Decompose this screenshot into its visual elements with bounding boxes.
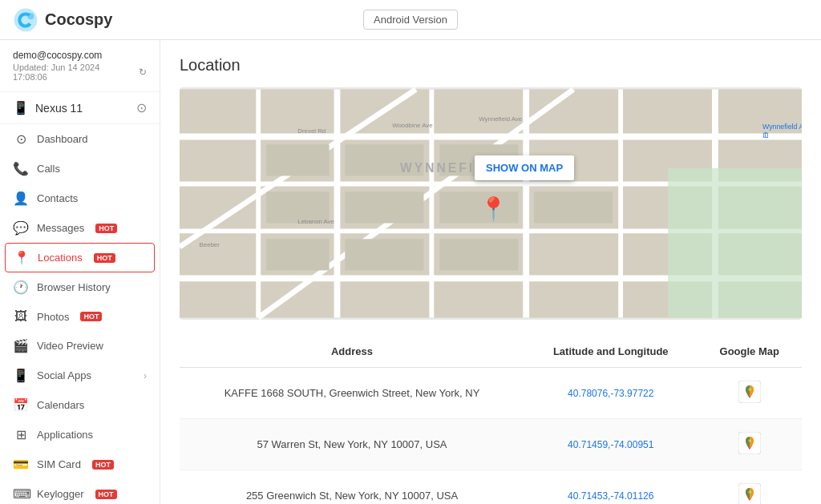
svg-text:Beeber: Beeber	[200, 241, 220, 248]
messages-icon: 💬	[13, 220, 29, 236]
google-map-header: Google Map	[698, 336, 803, 368]
svg-text:Wynnefield Ave: Wynnefield Ave	[762, 123, 802, 131]
address-cell: 57 Warren St, New York, NY 10007, USA	[180, 419, 524, 470]
locations-hot-badge: HOT	[94, 253, 115, 263]
sidebar-item-applications[interactable]: ⊞Applications	[0, 420, 160, 450]
dashboard-icon: ⊙	[13, 131, 29, 147]
svg-rect-22	[345, 192, 423, 223]
svg-rect-26	[345, 239, 423, 270]
google-map-cell[interactable]	[698, 419, 803, 470]
main-content: Location	[160, 40, 821, 504]
keylogger-label: Keylogger	[37, 488, 84, 500]
keylogger-hot-badge: HOT	[95, 490, 117, 499]
social-apps-icon: 📱	[13, 368, 29, 383]
show-on-map-button[interactable]: SHOW ON MAP	[475, 155, 574, 180]
main-layout: demo@cocospy.com Updated: Jun 14 2024 17…	[0, 40, 821, 504]
lat-lng-header: Latitude and Longitude	[524, 336, 698, 368]
address-cell: 255 Greenwich St, New York, NY 10007, US…	[180, 470, 524, 505]
lat-lng-link[interactable]: 40.78076,-73.97722	[568, 388, 653, 399]
lat-lng-link[interactable]: 40.71453,-74.01126	[568, 490, 653, 502]
locations-label: Locations	[38, 252, 83, 264]
google-maps-icon[interactable]	[738, 483, 761, 504]
dashboard-label: Dashboard	[37, 133, 88, 145]
android-version-button[interactable]: Android Version	[363, 10, 458, 30]
nav-menu: ⊙Dashboard📞Calls👤Contacts💬MessagesHOT📍Lo…	[0, 124, 160, 504]
calls-label: Calls	[37, 163, 60, 175]
user-updated: Updated: Jun 14 2024 17:08:06 ↻	[13, 62, 147, 82]
google-maps-icon[interactable]	[738, 432, 761, 454]
map-pin: 📍	[479, 196, 508, 222]
svg-rect-24	[534, 192, 613, 223]
svg-text:Drexel Rd: Drexel Rd	[297, 127, 326, 135]
calendars-label: Calendars	[37, 399, 84, 411]
sidebar-item-photos[interactable]: 🖼PhotosHOT	[0, 302, 160, 331]
photos-hot-badge: HOT	[80, 312, 102, 321]
svg-rect-25	[266, 239, 330, 270]
messages-label: Messages	[37, 222, 84, 234]
device-name: 📱 Nexus 11	[13, 100, 83, 115]
table-row: 57 Warren St, New York, NY 10007, USA40.…	[180, 419, 802, 470]
lat-lng-cell: 40.71453,-74.01126	[524, 470, 698, 505]
app-header: Cocospy Android Version	[0, 0, 821, 40]
calls-icon: 📞	[13, 161, 29, 176]
sim-card-hot-badge: HOT	[92, 460, 114, 470]
google-maps-icon[interactable]	[738, 381, 761, 403]
device-row: 📱 Nexus 11 ⊙	[0, 92, 160, 124]
photos-label: Photos	[37, 311, 69, 323]
applications-label: Applications	[37, 429, 93, 441]
sidebar-user-info: demo@cocospy.com Updated: Jun 14 2024 17…	[0, 40, 160, 92]
keylogger-icon: ⌨	[13, 486, 29, 502]
table-row: KAFFE 1668 SOUTH, Greenwich Street, New …	[180, 368, 802, 419]
address-header: Address	[180, 336, 524, 368]
social-apps-label: Social Apps	[37, 369, 91, 381]
sidebar-item-locations[interactable]: 📍LocationsHOT	[5, 243, 155, 272]
sim-card-icon: 💳	[13, 457, 29, 472]
sim-card-label: SIM Card	[37, 458, 81, 470]
logo-text: Cocospy	[45, 10, 112, 29]
svg-text:🗓: 🗓	[762, 131, 770, 139]
calendars-icon: 📅	[13, 397, 29, 413]
photos-icon: 🖼	[13, 309, 29, 324]
logo-icon	[13, 7, 38, 33]
user-email: demo@cocospy.com	[13, 50, 147, 61]
svg-text:Wynnefield Ave: Wynnefield Ave	[479, 115, 522, 123]
table-header-row: Address Latitude and Longitude Google Ma…	[180, 336, 802, 368]
device-settings-icon[interactable]: ⊙	[136, 100, 147, 115]
video-preview-label: Video Preview	[37, 340, 103, 352]
location-table: Address Latitude and Longitude Google Ma…	[180, 336, 802, 504]
sidebar-item-contacts[interactable]: 👤Contacts	[0, 183, 160, 213]
svg-text:Woodbine Ave: Woodbine Ave	[392, 122, 433, 129]
sidebar-item-browser-history[interactable]: 🕐Browser History	[0, 272, 160, 302]
sidebar-item-calendars[interactable]: 📅Calendars	[0, 390, 160, 420]
lat-lng-link[interactable]: 40.71459,-74.00951	[568, 439, 653, 450]
map-container: WYNNEFIELD Wynnefield Ave 🗓 Drexel Rd Wo…	[180, 87, 802, 320]
svg-point-0	[14, 8, 38, 31]
sidebar-item-sim-card[interactable]: 💳SIM CardHOT	[0, 450, 160, 479]
locations-icon: 📍	[14, 250, 30, 265]
svg-text:Lebanon Ave: Lebanon Ave	[297, 218, 334, 225]
svg-rect-27	[439, 239, 518, 270]
sidebar-item-keylogger[interactable]: ⌨KeyloggerHOT	[0, 479, 160, 504]
lat-lng-cell: 40.71459,-74.00951	[524, 419, 698, 470]
svg-point-1	[27, 13, 34, 19]
phone-icon: 📱	[13, 100, 29, 115]
page-title: Location	[180, 56, 802, 75]
google-map-cell[interactable]	[698, 368, 803, 419]
browser-history-icon: 🕐	[13, 280, 29, 295]
applications-icon: ⊞	[13, 427, 29, 442]
sidebar-item-dashboard[interactable]: ⊙Dashboard	[0, 124, 160, 154]
messages-hot-badge: HOT	[95, 224, 117, 233]
video-preview-icon: 🎬	[13, 338, 29, 353]
svg-rect-17	[668, 168, 802, 318]
social-apps-arrow: ›	[144, 370, 147, 381]
address-cell: KAFFE 1668 SOUTH, Greenwich Street, New …	[180, 368, 524, 419]
sidebar-item-video-preview[interactable]: 🎬Video Preview	[0, 331, 160, 361]
google-map-cell[interactable]	[698, 470, 803, 505]
lat-lng-cell: 40.78076,-73.97722	[524, 368, 698, 419]
sidebar-item-messages[interactable]: 💬MessagesHOT	[0, 213, 160, 243]
sidebar-item-social-apps[interactable]: 📱Social Apps›	[0, 361, 160, 390]
table-row: 255 Greenwich St, New York, NY 10007, US…	[180, 470, 802, 505]
sidebar: demo@cocospy.com Updated: Jun 14 2024 17…	[0, 40, 160, 504]
refresh-icon[interactable]: ↻	[139, 67, 147, 78]
sidebar-item-calls[interactable]: 📞Calls	[0, 154, 160, 183]
